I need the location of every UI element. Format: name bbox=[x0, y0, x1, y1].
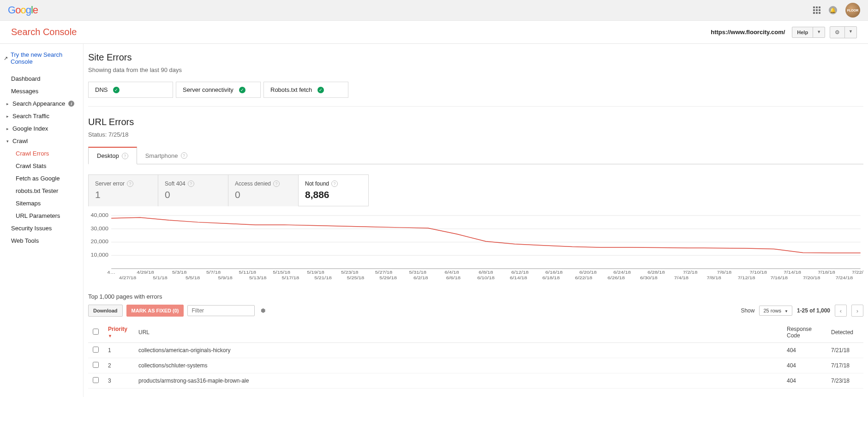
sidebar-item-label: Crawl Errors bbox=[16, 150, 49, 157]
x-tick-label: 6/16/18 bbox=[545, 270, 563, 275]
x-tick-label: 6/8/18 bbox=[479, 270, 493, 275]
help-icon: ? bbox=[273, 180, 280, 187]
filter-input[interactable] bbox=[192, 307, 261, 314]
help-icon: ? bbox=[331, 180, 338, 187]
x-tick-label: 6/30/18 bbox=[640, 276, 658, 280]
x-tick-label: 6/18/18 bbox=[542, 276, 560, 280]
row-checkbox[interactable] bbox=[93, 347, 99, 353]
row-checkbox[interactable] bbox=[93, 377, 99, 383]
table-toolbar: Download MARK AS FIXED (0) ⬢ Show 25 row… bbox=[88, 305, 863, 317]
apps-icon[interactable] bbox=[813, 6, 820, 14]
x-tick-label: 5/29/18 bbox=[379, 276, 397, 280]
x-tick-label: 7/6/18 bbox=[717, 270, 732, 275]
next-page-button[interactable]: › bbox=[851, 305, 863, 317]
mark-fixed-button[interactable]: MARK AS FIXED (0) bbox=[126, 305, 184, 317]
table-row[interactable]: 3products/armstrong-sas316-maple-brown-a… bbox=[88, 373, 863, 389]
cell-url: collections/schluter-systems bbox=[134, 358, 782, 373]
sidebar-item-label: Search Traffic bbox=[12, 113, 49, 120]
sidebar-item-messages[interactable]: Messages bbox=[0, 85, 83, 97]
filter-input-wrap[interactable]: ⬢ bbox=[187, 305, 255, 316]
sidebar-item-web-tools[interactable]: Web Tools bbox=[0, 234, 83, 247]
cell-detected: 7/21/18 bbox=[826, 343, 863, 358]
caret-right-icon: ▸ bbox=[6, 102, 10, 106]
metric-not-found[interactable]: Not found ?8,886 bbox=[299, 174, 369, 206]
check-icon: ✓ bbox=[317, 87, 324, 93]
status-card-server-connectivity[interactable]: Server connectivity✓ bbox=[176, 82, 261, 98]
chevron-down-icon: ▼ bbox=[845, 27, 856, 38]
metric-soft-404[interactable]: Soft 404 ?0 bbox=[158, 174, 228, 206]
col-header-detected[interactable]: Detected bbox=[826, 322, 863, 343]
x-tick-label: 5/3/18 bbox=[172, 270, 187, 275]
metric-access-denied[interactable]: Access denied ?0 bbox=[228, 174, 299, 206]
status-card-robots-txt-fetch[interactable]: Robots.txt fetch✓ bbox=[263, 82, 348, 98]
try-new-search-console-link[interactable]: ↗ Try the new Search Console bbox=[0, 51, 83, 72]
status-card-dns[interactable]: DNS✓ bbox=[88, 82, 173, 98]
sidebar-item-sitemaps[interactable]: Sitemaps bbox=[0, 197, 83, 210]
x-tick-label: 7/20/18 bbox=[803, 276, 820, 280]
select-all-checkbox[interactable] bbox=[93, 329, 99, 335]
sidebar-item-label: Search Appearance bbox=[12, 100, 65, 107]
divider bbox=[88, 106, 863, 107]
help-icon: ? bbox=[188, 180, 194, 187]
metric-server-error[interactable]: Server error ?1 bbox=[88, 174, 158, 206]
x-tick-label: 5/17/18 bbox=[282, 276, 299, 280]
sidebar-item-crawl-errors[interactable]: Crawl Errors bbox=[0, 147, 83, 160]
sidebar-item-label: URL Parameters bbox=[16, 212, 60, 219]
sidebar-item-robots-txt-tester[interactable]: robots.txt Tester bbox=[0, 185, 83, 197]
help-icon: ? bbox=[122, 153, 128, 159]
metric-label: Access denied ? bbox=[235, 180, 292, 187]
table-row[interactable]: 2collections/schluter-systems4047/17/18 bbox=[88, 358, 863, 373]
cell-detected: 7/23/18 bbox=[826, 373, 863, 389]
rows-per-page-select[interactable]: 25 rows ▼ bbox=[759, 306, 792, 316]
settings-button[interactable]: ⚙ ▼ bbox=[830, 26, 857, 38]
caret-down-icon: ▾ bbox=[6, 139, 10, 144]
sidebar-item-label: Crawl Stats bbox=[16, 162, 46, 169]
gear-icon: ⚙ bbox=[830, 27, 845, 38]
x-tick-label: 4… bbox=[107, 270, 115, 275]
prev-page-button[interactable]: ‹ bbox=[835, 305, 847, 317]
sidebar-item-crawl[interactable]: ▾Crawl bbox=[0, 135, 83, 147]
sidebar-item-security-issues[interactable]: Security Issues bbox=[0, 222, 83, 234]
avatar[interactable]: FLOOR bbox=[845, 3, 860, 18]
sidebar-item-crawl-stats[interactable]: Crawl Stats bbox=[0, 160, 83, 172]
sidebar-item-dashboard[interactable]: Dashboard bbox=[0, 72, 83, 85]
status-card-label: Server connectivity bbox=[183, 86, 233, 93]
x-tick-label: 5/11/18 bbox=[239, 270, 257, 275]
sidebar-item-search-appearance[interactable]: ▸Search Appearancei bbox=[0, 97, 83, 110]
x-tick-label: 4/27/18 bbox=[119, 276, 137, 280]
download-button[interactable]: Download bbox=[88, 305, 123, 317]
notifications-icon[interactable]: 🔔 bbox=[829, 6, 837, 14]
tab-desktop[interactable]: Desktop? bbox=[88, 147, 137, 164]
x-tick-label: 7/12/18 bbox=[738, 276, 755, 280]
row-checkbox[interactable] bbox=[93, 362, 99, 368]
metric-cards: Server error ?1Soft 404 ?0Access denied … bbox=[88, 174, 863, 206]
sidebar: ↗ Try the new Search Console DashboardMe… bbox=[0, 44, 83, 397]
x-tick-label: 5/5/18 bbox=[186, 276, 200, 280]
app-title: Search Console bbox=[11, 27, 77, 37]
cell-priority: 1 bbox=[103, 343, 134, 358]
x-tick-label: 5/1/18 bbox=[153, 276, 168, 280]
property-selector[interactable]: https://www.floorcity.com/ bbox=[711, 29, 792, 36]
col-header-response[interactable]: Response Code bbox=[782, 322, 826, 343]
x-tick-label: 5/13/18 bbox=[249, 276, 267, 280]
sidebar-item-fetch-as-google[interactable]: Fetch as Google bbox=[0, 172, 83, 185]
x-tick-label: 7/18/18 bbox=[818, 270, 835, 275]
x-tick-label: 5/27/18 bbox=[375, 270, 393, 275]
url-errors-status: Status: 7/25/18 bbox=[88, 131, 863, 138]
show-label: Show bbox=[741, 307, 754, 314]
x-tick-label: 6/20/18 bbox=[580, 270, 597, 275]
sidebar-item-search-traffic[interactable]: ▸Search Traffic bbox=[0, 110, 83, 122]
col-header-url[interactable]: URL bbox=[134, 322, 782, 343]
sidebar-item-label: Security Issues bbox=[11, 225, 52, 232]
sidebar-item-google-index[interactable]: ▸Google Index bbox=[0, 122, 83, 135]
x-tick-label: 7/14/18 bbox=[784, 270, 801, 275]
sort-desc-icon: ▼ bbox=[108, 334, 112, 338]
table-row[interactable]: 1collections/american-originals-hickory4… bbox=[88, 343, 863, 358]
col-header-priority[interactable]: Priority ▼ bbox=[103, 322, 134, 343]
sidebar-item-url-parameters[interactable]: URL Parameters bbox=[0, 210, 83, 222]
google-logo[interactable]: Google bbox=[8, 4, 38, 16]
x-tick-label: 5/31/18 bbox=[409, 270, 427, 275]
tab-smartphone[interactable]: Smartphone? bbox=[137, 147, 196, 164]
help-button[interactable]: Help ▼ bbox=[792, 27, 825, 38]
chevron-down-icon: ▼ bbox=[813, 27, 825, 37]
